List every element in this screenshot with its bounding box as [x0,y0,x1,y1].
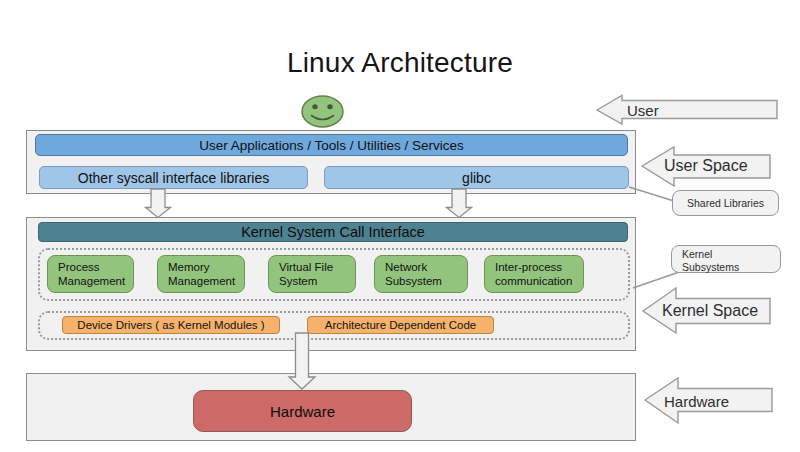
diagram-title: Linux Architecture [0,47,800,79]
kernel-subsystems-callout: Kernel Subsystems [671,245,781,273]
shared-libraries-callout: Shared Libraries [672,190,779,216]
architecture-dependent-code-box: Architecture Dependent Code [307,316,494,334]
kernel-subsystems-connector-line [633,271,682,288]
kernel-system-call-interface-box: Kernel System Call Interface [38,222,628,242]
subsystem-box-process-management: Process Management [47,255,134,293]
user-space-arrow-label: User Space [664,158,748,174]
subsystem-box-virtual-file-system: Virtual File System [268,255,356,293]
smiley-face-icon [302,96,343,127]
hardware-box: Hardware [193,390,412,432]
device-drivers-box: Device Drivers ( as Kernel Modules ) [62,316,280,334]
user-arrow-label: User [627,103,659,118]
user-arrow-shape [597,96,777,125]
subsystem-box-inter-process-communication: Inter-process communication [484,255,584,293]
glibc-box: glibc [324,166,629,189]
user-applications-box: User Applications / Tools / Utilities / … [35,134,628,156]
subsystem-box-network-subsystem: Network Subsystem [374,255,468,293]
subsystem-box-memory-management: Memory Management [157,255,245,293]
linux-architecture-diagram: Linux Architecture User Applications / T… [0,0,800,452]
hardware-arrow-label: Hardware [664,394,729,409]
other-syscall-libraries-box: Other syscall interface libraries [39,166,308,189]
kernel-space-arrow-label: Kernel Space [662,303,758,319]
